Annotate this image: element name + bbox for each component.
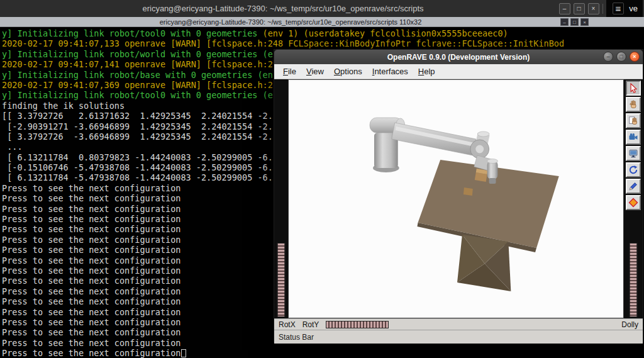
pen-tool-button[interactable] — [626, 179, 641, 194]
hand-icon — [628, 99, 638, 109]
maximize-button[interactable]: □ — [616, 52, 626, 62]
3d-viewport[interactable] — [288, 79, 624, 318]
openrave-viewer-area — [274, 79, 643, 318]
panel-maximize-button[interactable]: □ — [574, 3, 585, 14]
terminal-minimize-button[interactable]: – — [560, 18, 569, 26]
rotate-icon — [628, 165, 638, 175]
rotx-label: RotX — [279, 320, 296, 329]
desktop: ericyang@ericyang-Latitude-7390: ~/ws_te… — [0, 0, 644, 358]
terminal-maximize-button[interactable]: □ — [570, 18, 579, 26]
status-bar: Status Bar — [274, 330, 643, 344]
hand-page-tool-button[interactable] — [626, 113, 641, 128]
openrave-window-title: OpenRAVE 0.9.0 (Development Version) — [387, 53, 530, 62]
panel-right-controls: – □ × ≡ ve — [559, 0, 644, 17]
terminal-line: y] Initializing link robot/tool0 with 0 … — [2, 28, 644, 38]
openrave-menubar: FileViewOptionsInterfacesHelp — [274, 64, 643, 79]
menu-item-file[interactable]: File — [278, 65, 301, 78]
panel-minimize-button[interactable]: – — [559, 3, 570, 14]
camera-tool-button[interactable] — [626, 130, 641, 145]
openrave-window-buttons: – □ × — [603, 52, 640, 62]
robot-scene — [289, 80, 623, 318]
menu-item-interfaces[interactable]: Interfaces — [367, 65, 413, 78]
camera-icon — [628, 132, 638, 142]
menu-item-view[interactable]: View — [301, 65, 329, 78]
close-button[interactable]: × — [630, 52, 640, 62]
panel-window-title: ericyang@ericyang-Latitude-7390: ~/ws_te… — [0, 4, 566, 13]
viewer-toolbar — [626, 81, 641, 210]
monitor-icon — [628, 148, 638, 159]
viewer-controls-bar: RotX RotY Dolly — [274, 318, 643, 330]
menu-item-options[interactable]: Options — [329, 65, 367, 78]
hamburger-menu-icon[interactable]: ≡ — [613, 3, 625, 14]
pointer-icon — [628, 83, 638, 93]
panel-close-button[interactable]: × — [588, 3, 599, 14]
terminal-close-button[interactable]: × — [580, 18, 589, 26]
pointer-tool-button[interactable] — [626, 81, 641, 96]
top-panel: ericyang@ericyang-Latitude-7390: ~/ws_te… — [0, 0, 644, 17]
hand-tool-button[interactable] — [626, 97, 641, 112]
roty-label: RotY — [303, 320, 319, 329]
pen-icon — [628, 181, 638, 191]
panel-separator — [602, 4, 603, 14]
openrave-titlebar[interactable]: OpenRAVE 0.9.0 (Development Version) – □… — [274, 50, 643, 64]
minimize-button[interactable]: – — [603, 52, 613, 62]
rotate-tool-button[interactable] — [626, 162, 641, 177]
viewer-right-strip — [624, 79, 643, 318]
panel-corner-text: ve — [629, 4, 638, 13]
terminal-line: Press to see the next configuration — [2, 348, 644, 358]
terminal-titlebar-buttons: – □ × — [560, 18, 589, 26]
terminal-line: 2020-02-17 09:41:07,133 openrave [WARN] … — [2, 38, 644, 48]
dolly-thumbwheel[interactable] — [630, 243, 638, 317]
menu-item-help[interactable]: Help — [413, 65, 440, 78]
roty-thumbwheel[interactable] — [326, 321, 389, 328]
dolly-label: Dolly — [621, 320, 638, 329]
rotx-thumbwheel[interactable] — [277, 243, 286, 317]
openrave-window: OpenRAVE 0.9.0 (Development Version) – □… — [274, 49, 643, 343]
viewer-left-strip — [274, 79, 288, 318]
diamond-tool-button[interactable] — [626, 195, 641, 210]
diamond-icon — [628, 198, 638, 208]
terminal-title: ericyang@ericyang-Latitude-7390: ~/ws_te… — [0, 18, 581, 26]
terminal-titlebar[interactable]: ericyang@ericyang-Latitude-7390: ~/ws_te… — [0, 17, 644, 27]
hand-page-icon — [628, 116, 638, 126]
monitor-tool-button[interactable] — [626, 146, 641, 161]
panel-corner-chip: ≡ ve — [606, 0, 643, 17]
terminal-cursor — [181, 349, 186, 357]
